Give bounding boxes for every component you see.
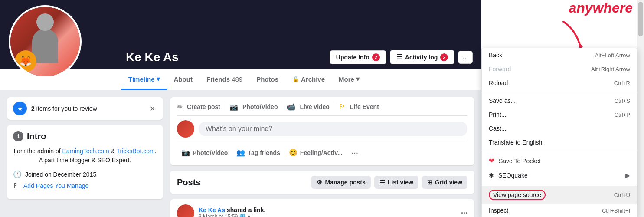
posts-title: Posts [177,178,200,187]
more-dots-icon: ... [463,54,468,61]
print-shortcut: Ctrl+P [615,112,630,118]
separator3 [334,102,334,111]
context-menu-cast[interactable]: Cast... [482,122,637,135]
photo-video-action-label: Photo/Video [193,149,228,156]
more-actions-btn[interactable]: ··· [347,145,363,160]
tab-archive[interactable]: 🔒 Archive [285,69,332,90]
intro-card: ℹ Intro I am the admin of EarningTech.co… [7,125,163,199]
post-author-avatar [177,204,194,217]
profile-name: Ke Ke As [126,50,179,64]
list-icon: ☰ [396,53,402,61]
tab-about-label: About [174,76,193,83]
tag-friends-btn[interactable]: 👥 Tag friends [232,146,284,159]
photo-video-btn[interactable]: Photo/Video [242,103,278,110]
friends-count: 489 [232,76,242,83]
list-view-icon: ☰ [379,179,385,186]
create-post-btn[interactable]: Create post [187,103,220,110]
earning-tech-link[interactable]: EarningTech.com [62,148,109,155]
tricks-bot-link[interactable]: TricksBot.com [117,148,155,155]
photo-video-action-btn[interactable]: 📷 Photo/Video [177,146,232,159]
context-menu: Back Alt+Left Arrow Forward Alt+Right Ar… [481,48,637,217]
post-meta: 3 March at 15:59 🌐 ▾ [199,214,265,217]
feeling-btn[interactable]: 😊 Feeling/Activ... [284,146,347,159]
save-as-label: Save as... [489,97,516,104]
tab-archive-label: Archive [301,76,325,83]
list-view-label: List view [388,179,413,186]
main-content: ★ 2 items for you to review ✕ ℹ Intro I … [0,90,481,217]
avatar-sticker: 🦊 [15,50,36,72]
context-menu-reload[interactable]: Reload Ctrl+R [482,76,637,90]
red-decoration-area: anywhere [472,0,637,52]
live-video-btn[interactable]: Live video [300,103,329,110]
inspect-shortcut: Ctrl+Shift+I [602,207,630,214]
view-source-label: View page source [489,190,546,200]
post-options-button[interactable]: ··· [461,209,467,217]
context-menu-forward: Forward Alt+Right Arrow [482,62,637,76]
close-review-button[interactable]: ✕ [148,103,157,115]
context-menu-translate[interactable]: Translate to English [482,135,637,149]
reload-label: Reload [489,79,508,86]
context-menu-print[interactable]: Print... Ctrl+P [482,108,637,122]
photo-icon: 📷 [181,148,190,157]
pocket-icon: ❤ [489,157,494,165]
post-action-text: shared a link. [227,207,265,214]
review-count: 2 [31,105,35,112]
grid-view-button[interactable]: ⊞ Grid view [422,176,467,189]
save-as-shortcut: Ctrl+S [615,98,630,104]
add-pages-link[interactable]: Add Pages You Manage [23,182,88,189]
tab-more[interactable]: More ▾ [332,69,366,90]
scrollbar-thumb[interactable] [638,2,643,36]
tab-timeline[interactable]: Timeline ▾ [121,69,167,90]
context-menu-view-source[interactable]: View page source Ctrl+U [482,186,637,204]
context-menu-save-as[interactable]: Save as... Ctrl+S [482,94,637,108]
context-menu-back[interactable]: Back Alt+Left Arrow [482,48,637,62]
context-menu-area: anywhere Back Alt+Left Arrow Forward Alt… [481,0,637,217]
reload-shortcut: Ctrl+R [614,80,630,86]
tag-friends-label: Tag friends [248,149,280,156]
tab-friends[interactable]: Friends 489 [199,69,249,90]
back-shortcut: Alt+Left Arrow [595,52,630,59]
tab-photos[interactable]: Photos [249,69,285,90]
inspect-label: Inspect [489,207,508,214]
pencil-icon: ✏ [177,103,183,111]
post-author-link[interactable]: Ke Ke As [199,207,225,214]
left-sidebar: ★ 2 items for you to review ✕ ℹ Intro I … [7,97,163,217]
view-source-shortcut: Ctrl+U [614,192,630,198]
grid-view-icon: ⊞ [427,179,432,186]
pocket-item-inner: ❤ Save To Pocket [489,157,541,165]
update-info-button[interactable]: Update Info 2 [330,50,386,64]
seoquake-label: SEOquake [498,172,528,179]
profile-info: Ke Ke As Update Info 2 ☰ Activity log 2 … [126,50,473,64]
review-banner-left: ★ 2 items for you to review [13,102,97,115]
create-post-top: ✏ Create post 📷 Photo/Video 📹 Live video… [177,102,467,116]
list-view-button[interactable]: ☰ List view [374,176,418,189]
profile-avatar: 🦊 [9,5,82,78]
manage-posts-button[interactable]: ⚙ Manage posts [311,176,370,189]
context-menu-seoquake[interactable]: ✱ SEOquake ▶ [482,168,637,182]
life-event-btn[interactable]: Life Event [350,103,379,110]
tab-photos-label: Photos [256,76,278,83]
forward-shortcut: Alt+Right Arrow [591,66,630,72]
manage-posts-label: Manage posts [325,179,365,186]
activity-log-label: Activity log [405,54,438,61]
post-header: Ke Ke As shared a link. 3 March at 15:59… [177,204,467,217]
post-item: Ke Ke As shared a link. 3 March at 15:59… [170,199,474,217]
activity-log-button[interactable]: ☰ Activity log 2 [390,50,454,64]
scrollbar[interactable] [637,0,644,217]
tab-friends-label: Friends [206,76,230,83]
pocket-label: Save To Pocket [499,158,541,164]
avatar-img: 🦊 [10,7,80,76]
tab-about[interactable]: About [167,69,199,90]
intro-title: ℹ Intro [13,131,157,141]
submenu-arrow-icon: ▶ [625,172,630,179]
photo-video-icon: 📷 [229,103,238,111]
joined-text: Joined on December 2015 [25,171,96,178]
post-input[interactable]: What's on your mind? [199,122,467,136]
context-menu-pocket[interactable]: ❤ Save To Pocket [482,153,637,168]
more-options-button[interactable]: ... [458,51,473,64]
review-banner: ★ 2 items for you to review ✕ [7,97,163,120]
tab-timeline-label: Timeline [128,76,155,83]
context-menu-inspect[interactable]: Inspect Ctrl+Shift+I [482,204,637,217]
intro-bio: I am the admin of EarningTech.com & Tric… [13,147,157,165]
posts-actions: ⚙ Manage posts ☰ List view ⊞ Grid view [311,176,467,189]
